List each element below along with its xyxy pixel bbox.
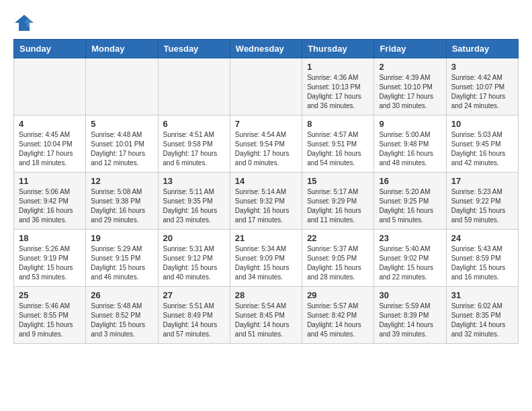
day-info: Sunrise: 4:48 AM Sunset: 10:01 PM Daylig… [91, 130, 152, 168]
day-number: 11 [19, 176, 81, 186]
day-number: 19 [91, 233, 152, 243]
calendar-cell: 26Sunrise: 5:48 AM Sunset: 8:52 PM Dayli… [86, 287, 158, 344]
day-info: Sunrise: 5:54 AM Sunset: 8:45 PM Dayligh… [235, 302, 297, 339]
day-number: 6 [163, 119, 225, 129]
logo [13, 13, 38, 32]
header-tuesday: Tuesday [158, 40, 230, 58]
calendar-cell [14, 58, 86, 116]
day-number: 15 [307, 176, 369, 186]
header-thursday: Thursday [302, 40, 374, 58]
day-number: 26 [91, 290, 152, 300]
day-info: Sunrise: 5:26 AM Sunset: 9:19 PM Dayligh… [19, 244, 81, 282]
calendar-week-row: 11Sunrise: 5:06 AM Sunset: 9:42 PM Dayli… [14, 173, 519, 230]
calendar-cell: 18Sunrise: 5:26 AM Sunset: 9:19 PM Dayli… [14, 230, 86, 287]
calendar-cell: 22Sunrise: 5:37 AM Sunset: 9:05 PM Dayli… [302, 230, 374, 287]
calendar-week-row: 18Sunrise: 5:26 AM Sunset: 9:19 PM Dayli… [14, 230, 519, 287]
calendar-table: SundayMondayTuesdayWednesdayThursdayFrid… [13, 39, 519, 344]
day-number: 12 [91, 176, 152, 186]
calendar-cell: 20Sunrise: 5:31 AM Sunset: 9:12 PM Dayli… [158, 230, 230, 287]
day-number: 29 [307, 290, 369, 300]
day-number: 27 [163, 290, 225, 300]
day-info: Sunrise: 5:14 AM Sunset: 9:32 PM Dayligh… [235, 187, 297, 225]
day-info: Sunrise: 5:37 AM Sunset: 9:05 PM Dayligh… [307, 244, 369, 282]
calendar-cell: 19Sunrise: 5:29 AM Sunset: 9:15 PM Dayli… [86, 230, 158, 287]
day-info: Sunrise: 5:34 AM Sunset: 9:09 PM Dayligh… [235, 244, 297, 282]
day-info: Sunrise: 5:57 AM Sunset: 8:42 PM Dayligh… [307, 302, 369, 339]
day-info: Sunrise: 5:51 AM Sunset: 8:49 PM Dayligh… [163, 302, 225, 339]
day-info: Sunrise: 4:36 AM Sunset: 10:13 PM Daylig… [307, 73, 369, 111]
day-number: 7 [235, 119, 297, 129]
day-number: 9 [379, 119, 441, 129]
day-number: 2 [379, 62, 441, 72]
calendar-cell: 29Sunrise: 5:57 AM Sunset: 8:42 PM Dayli… [302, 287, 374, 344]
calendar-cell: 23Sunrise: 5:40 AM Sunset: 9:02 PM Dayli… [374, 230, 446, 287]
header-saturday: Saturday [446, 40, 518, 58]
day-info: Sunrise: 5:59 AM Sunset: 8:39 PM Dayligh… [379, 302, 441, 339]
calendar-cell: 6Sunrise: 4:51 AM Sunset: 9:58 PM Daylig… [158, 116, 230, 173]
calendar-cell: 2Sunrise: 4:39 AM Sunset: 10:10 PM Dayli… [374, 58, 446, 116]
day-info: Sunrise: 4:39 AM Sunset: 10:10 PM Daylig… [379, 73, 441, 111]
calendar-cell: 25Sunrise: 5:46 AM Sunset: 8:55 PM Dayli… [14, 287, 86, 344]
day-info: Sunrise: 5:20 AM Sunset: 9:25 PM Dayligh… [379, 187, 441, 225]
day-number: 3 [451, 62, 513, 72]
calendar-cell [230, 58, 302, 116]
calendar-cell: 27Sunrise: 5:51 AM Sunset: 8:49 PM Dayli… [158, 287, 230, 344]
day-number: 14 [235, 176, 297, 186]
calendar-cell: 21Sunrise: 5:34 AM Sunset: 9:09 PM Dayli… [230, 230, 302, 287]
day-number: 31 [451, 290, 513, 300]
day-number: 25 [19, 290, 81, 300]
day-info: Sunrise: 4:51 AM Sunset: 9:58 PM Dayligh… [163, 130, 225, 168]
calendar-cell: 30Sunrise: 5:59 AM Sunset: 8:39 PM Dayli… [374, 287, 446, 344]
day-number: 10 [451, 119, 513, 129]
calendar-cell: 16Sunrise: 5:20 AM Sunset: 9:25 PM Dayli… [374, 173, 446, 230]
day-info: Sunrise: 5:48 AM Sunset: 8:52 PM Dayligh… [91, 302, 152, 339]
day-number: 1 [307, 62, 369, 72]
calendar-cell: 7Sunrise: 4:54 AM Sunset: 9:54 PM Daylig… [230, 116, 302, 173]
day-info: Sunrise: 5:00 AM Sunset: 9:48 PM Dayligh… [379, 130, 441, 168]
day-number: 24 [451, 233, 513, 243]
day-number: 20 [163, 233, 225, 243]
day-number: 21 [235, 233, 297, 243]
calendar-cell: 14Sunrise: 5:14 AM Sunset: 9:32 PM Dayli… [230, 173, 302, 230]
day-info: Sunrise: 4:42 AM Sunset: 10:07 PM Daylig… [451, 73, 513, 111]
day-number: 4 [19, 119, 81, 129]
day-info: Sunrise: 6:02 AM Sunset: 8:35 PM Dayligh… [451, 302, 513, 339]
day-info: Sunrise: 5:23 AM Sunset: 9:22 PM Dayligh… [451, 187, 513, 225]
day-number: 22 [307, 233, 369, 243]
day-number: 18 [19, 233, 81, 243]
header-friday: Friday [374, 40, 446, 58]
day-info: Sunrise: 5:11 AM Sunset: 9:35 PM Dayligh… [163, 187, 225, 225]
calendar-cell: 8Sunrise: 4:57 AM Sunset: 9:51 PM Daylig… [302, 116, 374, 173]
day-info: Sunrise: 5:03 AM Sunset: 9:45 PM Dayligh… [451, 130, 513, 168]
day-info: Sunrise: 5:40 AM Sunset: 9:02 PM Dayligh… [379, 244, 441, 282]
calendar-cell: 24Sunrise: 5:43 AM Sunset: 8:59 PM Dayli… [446, 230, 518, 287]
day-number: 23 [379, 233, 441, 243]
logo-icon [13, 13, 35, 32]
header-wednesday: Wednesday [230, 40, 302, 58]
day-info: Sunrise: 5:46 AM Sunset: 8:55 PM Dayligh… [19, 302, 81, 339]
calendar-cell: 31Sunrise: 6:02 AM Sunset: 8:35 PM Dayli… [446, 287, 518, 344]
day-info: Sunrise: 5:08 AM Sunset: 9:38 PM Dayligh… [91, 187, 152, 225]
day-number: 17 [451, 176, 513, 186]
day-info: Sunrise: 4:54 AM Sunset: 9:54 PM Dayligh… [235, 130, 297, 168]
calendar-week-row: 4Sunrise: 4:45 AM Sunset: 10:04 PM Dayli… [14, 116, 519, 173]
day-number: 13 [163, 176, 225, 186]
calendar-cell: 10Sunrise: 5:03 AM Sunset: 9:45 PM Dayli… [446, 116, 518, 173]
calendar-week-row: 25Sunrise: 5:46 AM Sunset: 8:55 PM Dayli… [14, 287, 519, 344]
day-info: Sunrise: 5:29 AM Sunset: 9:15 PM Dayligh… [91, 244, 152, 282]
calendar-cell: 13Sunrise: 5:11 AM Sunset: 9:35 PM Dayli… [158, 173, 230, 230]
page-header [13, 13, 519, 32]
calendar-cell: 12Sunrise: 5:08 AM Sunset: 9:38 PM Dayli… [86, 173, 158, 230]
calendar-cell: 3Sunrise: 4:42 AM Sunset: 10:07 PM Dayli… [446, 58, 518, 116]
calendar-cell: 11Sunrise: 5:06 AM Sunset: 9:42 PM Dayli… [14, 173, 86, 230]
calendar-cell: 28Sunrise: 5:54 AM Sunset: 8:45 PM Dayli… [230, 287, 302, 344]
day-number: 5 [91, 119, 152, 129]
calendar-cell: 17Sunrise: 5:23 AM Sunset: 9:22 PM Dayli… [446, 173, 518, 230]
day-info: Sunrise: 5:31 AM Sunset: 9:12 PM Dayligh… [163, 244, 225, 282]
day-info: Sunrise: 4:57 AM Sunset: 9:51 PM Dayligh… [307, 130, 369, 168]
day-info: Sunrise: 5:43 AM Sunset: 8:59 PM Dayligh… [451, 244, 513, 282]
calendar-cell: 15Sunrise: 5:17 AM Sunset: 9:29 PM Dayli… [302, 173, 374, 230]
calendar-cell: 1Sunrise: 4:36 AM Sunset: 10:13 PM Dayli… [302, 58, 374, 116]
day-number: 16 [379, 176, 441, 186]
calendar-cell: 5Sunrise: 4:48 AM Sunset: 10:01 PM Dayli… [86, 116, 158, 173]
